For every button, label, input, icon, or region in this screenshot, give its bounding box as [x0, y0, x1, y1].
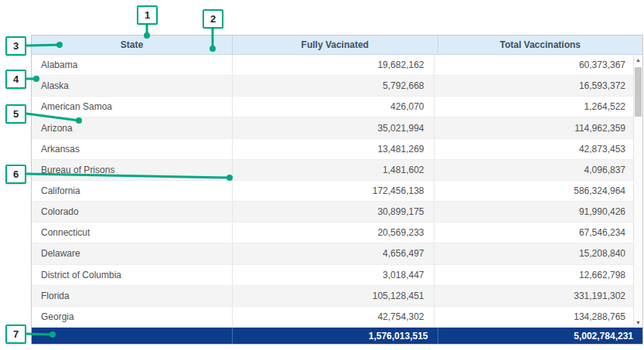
- cell-state: Alaska: [32, 76, 232, 96]
- cell-total-vaccinations: 15,208,840: [434, 243, 643, 263]
- callout-5: 5: [5, 104, 26, 124]
- table-row[interactable]: Alabama 19,682,162 60,373,367: [32, 55, 642, 76]
- table-row[interactable]: Arkansas 13,481,269 42,873,453: [32, 139, 642, 160]
- column-header-total-vaccinations[interactable]: Total Vaccinations: [438, 36, 643, 54]
- callout-4-label: 4: [13, 73, 19, 85]
- callout-3-label: 3: [13, 40, 19, 52]
- table-row[interactable]: American Samoa 426,070 1,264,522: [32, 97, 642, 117]
- cell-total-vaccinations: 67,546,234: [434, 223, 643, 243]
- cell-fully-vaccinated: 172,456,138: [232, 181, 434, 201]
- cell-fully-vaccinated: 13,481,269: [232, 139, 434, 159]
- cell-total-vaccinations: 1,264,522: [434, 97, 643, 117]
- cell-total-vaccinations: 16,593,372: [434, 76, 643, 96]
- cell-state: Florida: [32, 286, 232, 306]
- cell-state: District of Columbia: [32, 265, 232, 285]
- cell-total-vaccinations: 42,873,453: [434, 139, 643, 159]
- cell-total-vaccinations: 331,191,302: [434, 286, 643, 306]
- screenshot-root: State Fully Vacinated Total Vaccinations…: [0, 0, 644, 350]
- cell-state: Bureau of Prisons: [32, 160, 232, 180]
- cell-fully-vaccinated: 30,899,175: [232, 202, 434, 222]
- cell-state: Connecticut: [32, 223, 232, 243]
- cell-fully-vaccinated: 4,656,497: [232, 243, 434, 263]
- table-row[interactable]: Delaware 4,656,497 15,208,840: [32, 243, 642, 264]
- callout-4: 4: [5, 70, 26, 89]
- table-row[interactable]: Georgia 42,754,302 134,288,765: [32, 307, 642, 328]
- column-header-fully-vaccinated[interactable]: Fully Vacinated: [232, 36, 438, 54]
- summary-state-cell: [32, 328, 232, 344]
- table-row[interactable]: Arizona 35,021,994 114,962,359: [32, 117, 642, 138]
- table-body: Alabama 19,682,162 60,373,367 Alaska 5,7…: [32, 55, 642, 328]
- cell-total-vaccinations: 60,373,367: [434, 55, 643, 75]
- cell-total-vaccinations: 4,096,837: [434, 160, 643, 180]
- cell-state: Delaware: [32, 243, 232, 263]
- callout-1-label: 1: [145, 9, 150, 21]
- table-row[interactable]: Connecticut 20,569,233 67,546,234: [32, 223, 642, 243]
- column-header-state[interactable]: State: [32, 36, 232, 54]
- cell-state: Alabama: [32, 55, 232, 75]
- vaccination-table: State Fully Vacinated Total Vaccinations…: [31, 35, 643, 345]
- callout-6: 6: [5, 165, 26, 184]
- cell-state: American Samoa: [32, 97, 232, 117]
- callout-5-label: 5: [13, 108, 19, 120]
- table-row[interactable]: California 172,456,138 586,324,964: [32, 181, 642, 202]
- vertical-scrollbar[interactable]: ▲ ▼: [633, 55, 642, 328]
- cell-fully-vaccinated: 5,792,668: [232, 76, 434, 96]
- table-row[interactable]: District of Columbia 3,018,447 12,662,79…: [32, 265, 642, 286]
- cell-total-vaccinations: 12,662,798: [434, 265, 643, 285]
- scroll-up-icon[interactable]: ▲: [634, 55, 642, 65]
- callout-2: 2: [203, 9, 223, 29]
- cell-state: Arkansas: [32, 139, 232, 159]
- callout-3: 3: [5, 36, 26, 56]
- scrollbar-thumb[interactable]: [635, 67, 642, 117]
- cell-fully-vaccinated: 3,018,447: [232, 265, 434, 285]
- cell-total-vaccinations: 134,288,765: [434, 307, 643, 327]
- callout-2-label: 2: [210, 13, 216, 25]
- cell-fully-vaccinated: 42,754,302: [232, 307, 434, 327]
- callout-7: 7: [5, 325, 26, 344]
- callout-1: 1: [137, 5, 158, 25]
- summary-fully-vaccinated: 1,576,013,515: [232, 328, 438, 344]
- table-row[interactable]: Alaska 5,792,668 16,593,372: [32, 76, 642, 97]
- cell-fully-vaccinated: 426,070: [232, 97, 434, 117]
- cell-fully-vaccinated: 20,569,233: [232, 223, 434, 243]
- cell-total-vaccinations: 114,962,359: [434, 117, 643, 138]
- cell-fully-vaccinated: 1,481,602: [232, 160, 434, 180]
- cell-fully-vaccinated: 105,128,451: [232, 286, 434, 306]
- cell-total-vaccinations: 91,990,426: [434, 202, 643, 222]
- callout-7-label: 7: [13, 328, 19, 340]
- cell-state: California: [32, 181, 232, 201]
- cell-fully-vaccinated: 19,682,162: [232, 55, 434, 75]
- callout-6-label: 6: [13, 168, 19, 180]
- table-header-row: State Fully Vacinated Total Vaccinations: [32, 36, 642, 55]
- table-summary-row: 1,576,013,515 5,002,784,231: [32, 328, 642, 344]
- cell-state: Colorado: [32, 202, 232, 222]
- table-row[interactable]: Colorado 30,899,175 91,990,426: [32, 202, 642, 223]
- table-row[interactable]: Florida 105,128,451 331,191,302: [32, 286, 642, 307]
- scroll-down-icon[interactable]: ▼: [634, 318, 642, 328]
- cell-total-vaccinations: 586,324,964: [434, 181, 643, 201]
- table-row[interactable]: Bureau of Prisons 1,481,602 4,096,837: [32, 160, 642, 181]
- cell-state: Georgia: [32, 307, 232, 327]
- cell-fully-vaccinated: 35,021,994: [232, 117, 434, 138]
- cell-state: Arizona: [32, 117, 232, 138]
- summary-total-vaccinations: 5,002,784,231: [438, 328, 643, 344]
